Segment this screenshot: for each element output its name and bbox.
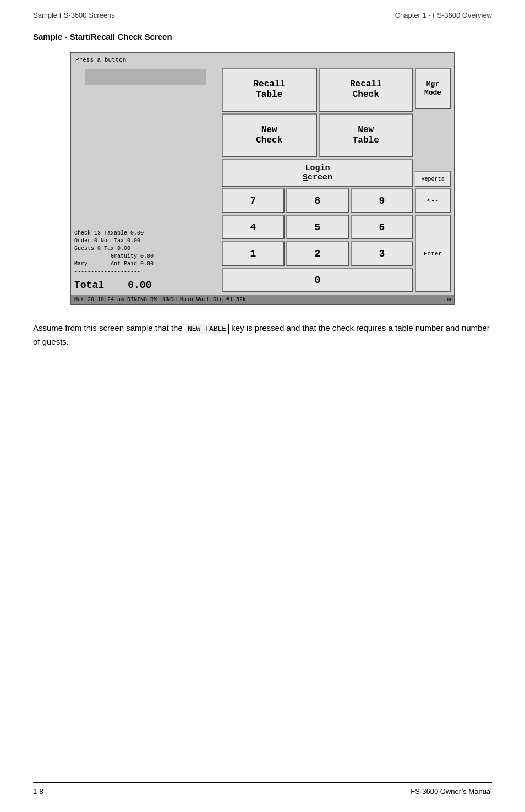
screen-body: Check 13 Taxable 0.00 Order 0 Non-Tax 0.… [71,66,454,295]
num3-button[interactable]: 3 [351,241,413,266]
num4-button[interactable]: 4 [222,215,285,239]
keypad-side-buttons: <-- Enter [415,188,451,292]
login-screen-button[interactable]: Login$creen [222,159,413,187]
info-area: Check 13 Taxable 0.00 Order 0 Non-Tax 0.… [74,230,216,292]
header-left: Sample FS-3600 Screens [33,11,115,19]
page-footer: 1-8 FS-3600 Owner’s Manual [33,782,492,795]
header-right: Chapter 1 - FS-3600 Overview [395,11,492,19]
info-total: Total 0.00 [74,277,216,292]
login-reports-row: Login$creen Reports [222,159,451,187]
enter-button[interactable]: Enter [415,215,451,292]
screen-right-panel: Recall Table Recall Check Mgr Mode New C… [220,66,454,295]
mgr-mode-section: Mgr Mode [415,68,451,112]
num5-button[interactable]: 5 [286,215,349,239]
keypad-row-0: 0 [222,268,413,292]
keypad-row-789: 7 8 9 [222,188,413,213]
section-title: Sample - Start/Recall Check Screen [33,32,492,41]
keypad-top-row: Recall Table Recall Check Mgr Mode [222,68,451,112]
total-label: Total [74,280,104,291]
info-check: Check 13 Taxable 0.00 [74,230,216,237]
reports-side: Reports [415,171,451,187]
footer-right: FS-3600 Owner’s Manual [411,787,492,795]
description: Assume from this screen sample that the … [33,321,492,348]
recall-check-button[interactable]: Recall Check [319,68,414,112]
num6-button[interactable]: 6 [351,215,413,239]
backspace-button[interactable]: <-- [415,188,451,213]
info-gratuity: Gratuity 0.00 [74,253,216,260]
footer-left: 1-8 [33,787,43,795]
recall-table-button[interactable]: Recall Table [222,68,317,112]
inline-key: NEW TABLE [185,324,229,334]
info-order: Order 0 Non-Tax 0.00 [74,237,216,245]
keypad-second-row: New Check New Table [222,113,451,157]
keypad-row-123: 1 2 3 [222,241,413,266]
info-divider: -------------------- [74,268,216,276]
reports-button[interactable]: Reports [415,171,451,187]
screen-simulation: Press a button Check 13 Taxable 0.00 Ord… [70,52,455,305]
keypad-main: 7 8 9 4 5 6 1 2 [222,188,413,292]
status-text: Mar 20 10:24 am DINING RM LUNCH Main Wai… [74,297,246,303]
desc-text1: Assume from this screen sample that the [33,323,183,333]
num2-button[interactable]: 2 [286,241,349,266]
num7-button[interactable]: 7 [222,188,285,213]
page-header: Sample FS-3600 Screens Chapter 1 - FS-36… [33,11,492,23]
total-value: 0.00 [128,280,151,291]
info-mary: Mary Ant Paid 0.00 [74,260,216,268]
num0-button[interactable]: 0 [222,268,413,292]
screen-prompt: Press a button [71,53,454,66]
keypad-mid-section: 7 8 9 4 5 6 1 2 [222,188,451,292]
keypad-row-456: 4 5 6 [222,215,413,239]
mgr-mode-button[interactable]: Mgr Mode [415,68,451,109]
info-guests: Guests 0 Tax 0.00 [74,245,216,253]
new-table-button[interactable]: New Table [319,113,414,157]
status-icon: ⊠ [447,296,451,303]
new-check-button[interactable]: New Check [222,113,317,157]
login-screen-label: Login$creen [303,164,332,182]
num8-button[interactable]: 8 [286,188,349,213]
status-bar: Mar 20 10:24 am DINING RM LUNCH Main Wai… [71,295,454,304]
display-area [85,69,206,85]
screen-left-panel: Check 13 Taxable 0.00 Order 0 Non-Tax 0.… [71,66,220,295]
num1-button[interactable]: 1 [222,241,285,266]
num9-button[interactable]: 9 [351,188,413,213]
